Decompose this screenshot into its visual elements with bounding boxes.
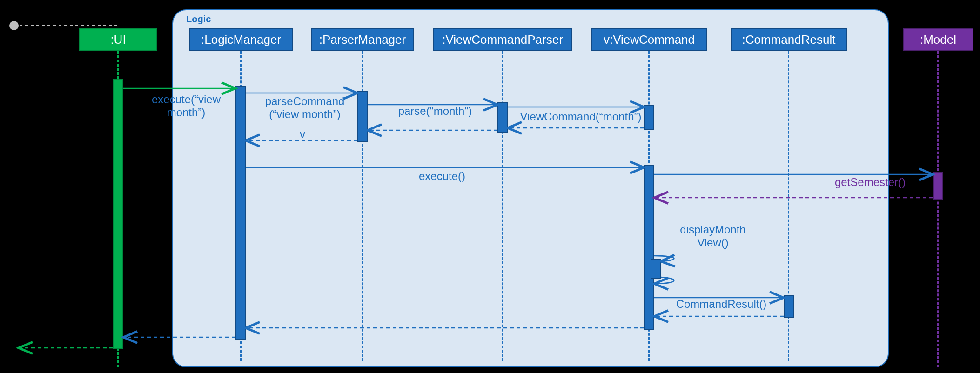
lifeline-model bbox=[937, 51, 939, 367]
logic-frame-label: Logic bbox=[186, 14, 211, 25]
activation-model bbox=[933, 172, 943, 200]
sequence-diagram: Logic :UI :LogicManager :ParserManager :… bbox=[0, 0, 980, 373]
lifeline-view-command-parser bbox=[502, 51, 503, 361]
msg-view-command-ctor: ViewCommand(“month”) bbox=[511, 110, 651, 123]
actor-dot bbox=[9, 21, 19, 30]
head-parser-manager: :ParserManager bbox=[311, 28, 414, 51]
activation-logic-manager bbox=[235, 86, 246, 340]
head-ui: :UI bbox=[79, 28, 157, 51]
activation-command-result bbox=[784, 295, 794, 318]
activation-parser-manager bbox=[357, 91, 368, 142]
head-command-result: :CommandResult bbox=[731, 28, 847, 51]
activation-view-command-self bbox=[651, 259, 661, 279]
head-view-command-parser: :ViewCommandParser bbox=[433, 28, 572, 51]
msg-execute: execute() bbox=[396, 170, 489, 183]
msg-parse-command: parseCommand (“view month”) bbox=[256, 95, 354, 121]
activation-view-command-parser bbox=[497, 102, 508, 133]
activation-ui bbox=[113, 79, 123, 349]
msg-execute-view-month: execute(“view month”) bbox=[140, 93, 233, 119]
msg-command-result-ctor: CommandResult() bbox=[665, 298, 777, 311]
msg-return-v: v bbox=[279, 128, 326, 141]
logic-frame bbox=[172, 9, 889, 367]
activation-view-command-exec bbox=[644, 165, 654, 330]
msg-parse-month: parse(“month”) bbox=[377, 105, 493, 118]
head-logic-manager: :LogicManager bbox=[189, 28, 293, 51]
msg-get-semester: getSemester() bbox=[824, 176, 917, 189]
msg-display-month-view: displayMonth View() bbox=[666, 223, 759, 249]
head-model: :Model bbox=[903, 28, 973, 51]
head-view-command: v:ViewCommand bbox=[591, 28, 707, 51]
